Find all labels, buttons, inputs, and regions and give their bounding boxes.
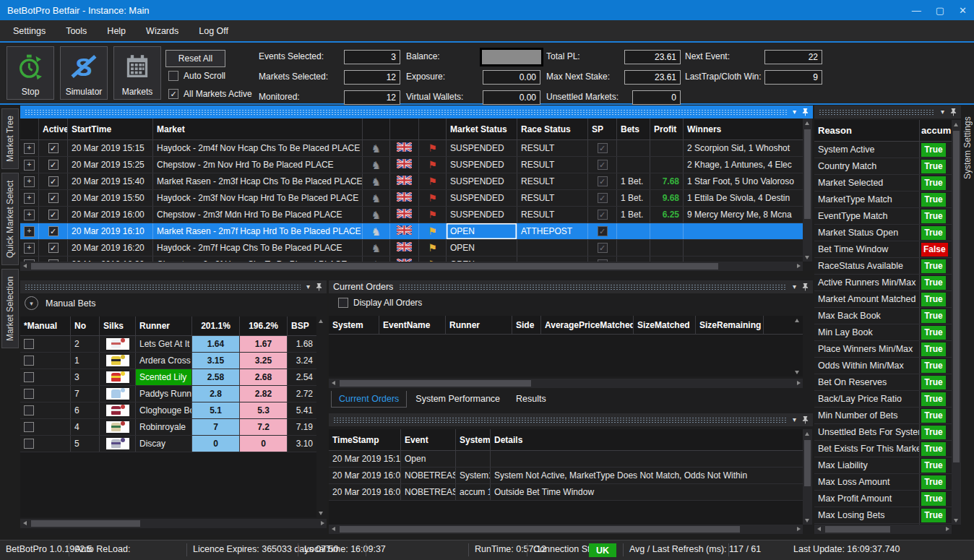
display-all-orders-checkbox[interactable] (338, 298, 348, 308)
chevron-down-icon[interactable]: ▾ (306, 283, 310, 290)
stop-button[interactable]: Stop (7, 46, 54, 100)
col-reason[interactable]: Reason (814, 120, 920, 141)
col-silks[interactable]: Silks (100, 316, 136, 335)
scroll-thumb[interactable] (804, 129, 811, 219)
market-row[interactable]: + 20 Mar 2019 16:10 Market Rasen - 2m7f … (20, 223, 803, 240)
active-checkbox[interactable] (48, 243, 59, 253)
chevron-down-icon[interactable]: ▾ (793, 108, 796, 116)
pin-icon[interactable] (802, 108, 809, 116)
reset-all-button[interactable]: Reset All (165, 50, 225, 67)
menu-settings[interactable]: Settings (3, 21, 56, 41)
market-row[interactable]: + 20 Mar 2019 15:40 Market Rasen - 2m3f … (20, 173, 803, 190)
reason-row[interactable]: Bet Exists For This Market True (814, 441, 952, 457)
scroll-down-arrow[interactable] (952, 515, 961, 525)
sp-checkbox[interactable] (598, 226, 608, 236)
market-row[interactable]: + 20 Mar 2019 16:00 Chepstow - 2m3f Mdn … (20, 207, 803, 223)
scroll-thumb[interactable] (340, 526, 740, 533)
manual-bet-checkbox[interactable] (24, 439, 34, 449)
scroll-thumb[interactable] (31, 520, 140, 527)
scroll-left-arrow[interactable] (814, 525, 824, 534)
sp-checkbox[interactable] (598, 243, 608, 253)
col-start-time[interactable]: StartTime (68, 119, 153, 139)
sidebar-tab-quick-market-select[interactable]: Quick Market Select (1, 173, 19, 265)
reason-row[interactable]: Odds Within Min/Max True (814, 358, 952, 374)
back-price-cell[interactable]: 0 (192, 436, 240, 452)
col-market[interactable]: Market (153, 119, 363, 139)
markets-button[interactable]: Markets (113, 46, 161, 100)
markets-panel-header[interactable]: ▾ (20, 105, 813, 119)
scroll-up-arrow[interactable] (952, 120, 961, 129)
sp-checkbox[interactable] (598, 143, 608, 153)
back-price-cell[interactable]: 1.64 (192, 336, 240, 352)
col-bets[interactable]: Bets (617, 119, 650, 139)
reasons-panel-header[interactable]: ▾ (814, 105, 961, 119)
pin-icon[interactable] (802, 415, 809, 424)
expand-toggle[interactable]: + (24, 143, 35, 154)
reason-row[interactable]: Max Losing Bets True (814, 507, 952, 524)
back-price-cell[interactable]: 2.58 (192, 369, 240, 385)
manual-bet-row[interactable]: 3 Scented Lily 2.58 2.68 2.54 (20, 369, 316, 386)
scroll-right-arrow[interactable] (793, 379, 803, 388)
scroll-thumb[interactable] (31, 263, 718, 270)
active-checkbox[interactable] (48, 160, 59, 170)
sp-checkbox[interactable] (598, 193, 608, 203)
col-no[interactable]: No (71, 316, 100, 335)
active-checkbox[interactable] (48, 226, 59, 236)
col-size-matched[interactable]: SizeMatched (634, 316, 696, 334)
reason-row[interactable]: Bet Time Window False (814, 241, 952, 258)
reason-row[interactable]: Market Status Open True (814, 225, 952, 241)
scroll-left-arrow[interactable] (329, 379, 338, 388)
drag-dots[interactable] (399, 284, 787, 290)
market-row[interactable]: + 20 Mar 2019 16:20 Haydock - 2m7f Hcap … (20, 240, 803, 257)
lay-price-cell[interactable]: 3.25 (240, 353, 288, 369)
pin-icon[interactable] (802, 283, 809, 291)
manual-bet-checkbox[interactable] (24, 372, 34, 382)
col-race-status[interactable]: Race Status (517, 119, 588, 139)
market-row[interactable]: + 20 Mar 2019 15:25 Chepstow - 2m Nov Hr… (20, 157, 803, 173)
manual-bet-row[interactable]: 5 Discay 0 0 3.10 (20, 436, 316, 452)
log-horizontal-scrollbar[interactable] (329, 525, 803, 534)
market-row[interactable]: + 20 Mar 2019 15:15 Haydock - 2m4f Nov H… (20, 140, 803, 157)
close-icon[interactable]: ✕ (959, 5, 967, 16)
drag-dots[interactable] (819, 109, 935, 116)
col-profit[interactable]: Profit (650, 119, 684, 139)
col-winners[interactable]: Winners (684, 119, 803, 139)
active-checkbox[interactable] (48, 176, 59, 186)
pin-icon[interactable] (950, 108, 957, 116)
drag-dots[interactable] (25, 284, 301, 290)
back-price-cell[interactable]: 7 (192, 419, 240, 435)
manual-bet-row[interactable]: 1 Ardera Cross 3.15 3.25 3.24 (20, 353, 316, 369)
active-checkbox[interactable] (48, 193, 59, 203)
manual-bet-row[interactable]: 4 Robinroyale 7 7.2 7.19 (20, 419, 316, 436)
lay-price-cell[interactable]: 2.82 (240, 386, 288, 402)
reason-row[interactable]: System Active True (814, 142, 952, 158)
scroll-down-arrow[interactable] (803, 252, 812, 262)
col-market-status[interactable]: Market Status (447, 119, 517, 139)
expand-toggle[interactable]: + (24, 226, 35, 237)
sp-checkbox[interactable] (598, 176, 608, 186)
col-details[interactable]: Details (491, 429, 803, 450)
lay-price-cell[interactable]: 7.2 (240, 419, 288, 435)
back-price-cell[interactable]: 2.8 (192, 386, 240, 402)
manual-bet-checkbox[interactable] (24, 405, 34, 415)
manual-bet-checkbox[interactable] (24, 339, 34, 349)
tab-system-performance[interactable]: System Performance (408, 391, 507, 407)
reason-row[interactable]: Market Selected True (814, 175, 952, 191)
reason-row[interactable]: Min Number of Bets True (814, 408, 952, 424)
lay-price-cell[interactable]: 0 (240, 436, 288, 452)
scroll-up-arrow[interactable] (316, 316, 326, 326)
expand-toggle[interactable]: + (24, 193, 35, 204)
market-row[interactable]: + 20 Mar 2019 15:50 Haydock - 2m3f Nov H… (20, 190, 803, 207)
lay-price-cell[interactable]: 2.68 (240, 369, 288, 385)
active-checkbox[interactable] (48, 143, 59, 153)
col-lay-pct[interactable]: 196.2% (240, 316, 288, 335)
log-panel-header[interactable]: ▾ (329, 413, 813, 426)
back-price-cell[interactable]: 3.15 (192, 353, 240, 369)
log-row[interactable]: 20 Mar 2019 15:17:11 Open (329, 451, 803, 468)
reason-row[interactable]: Back/Lay Price Ratio True (814, 391, 952, 408)
col-system[interactable]: System (329, 316, 379, 334)
manual-bet-checkbox[interactable] (24, 356, 34, 366)
sidebar-tab-system-settings[interactable]: System Settings (962, 108, 973, 188)
pin-icon[interactable] (316, 283, 322, 291)
reason-row[interactable]: MarketType Match True (814, 191, 952, 208)
